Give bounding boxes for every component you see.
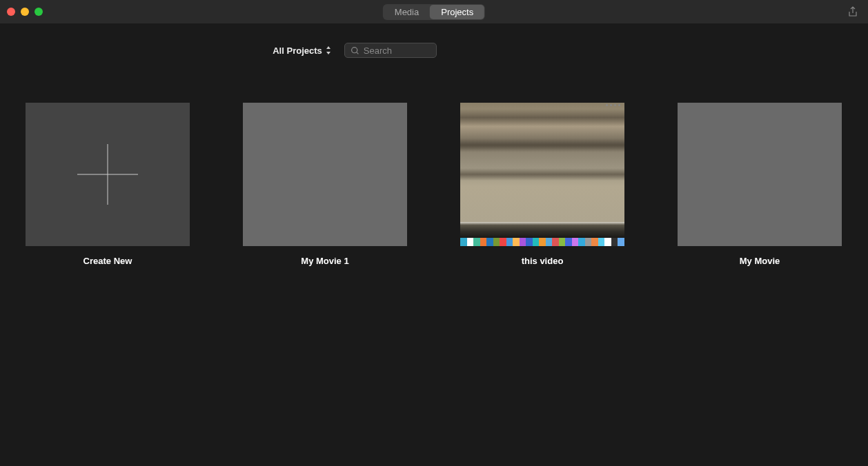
create-new-thumbnail bbox=[26, 103, 190, 246]
project-thumbnail bbox=[678, 103, 842, 246]
project-label: Create New bbox=[83, 256, 132, 266]
project-label: My Movie bbox=[740, 256, 780, 266]
close-window-button[interactable] bbox=[7, 8, 15, 16]
search-input[interactable] bbox=[364, 45, 431, 56]
thumbnail-sky bbox=[460, 103, 624, 222]
project-item[interactable]: My Movie bbox=[678, 103, 842, 266]
maximize-window-button[interactable] bbox=[34, 8, 43, 16]
filter-label: All Projects bbox=[273, 45, 322, 56]
project-item[interactable]: this video bbox=[460, 103, 624, 266]
project-label: My Movie 1 bbox=[301, 256, 348, 266]
svg-point-0 bbox=[351, 47, 357, 52]
thumbnail-sea bbox=[460, 222, 624, 238]
window-controls bbox=[7, 8, 43, 16]
projects-grid: Create New My Movie 1 this video bbox=[0, 65, 868, 304]
titlebar: Media Projects bbox=[0, 0, 868, 23]
search-field[interactable] bbox=[344, 43, 437, 58]
project-label: this video bbox=[522, 256, 564, 266]
svg-line-1 bbox=[357, 52, 358, 53]
minimize-window-button[interactable] bbox=[21, 8, 29, 16]
thumbnail-dock bbox=[460, 238, 624, 246]
create-new-project[interactable]: Create New bbox=[26, 103, 190, 266]
projects-filter-dropdown[interactable]: All Projects bbox=[273, 45, 332, 56]
project-item[interactable]: My Movie 1 bbox=[243, 103, 407, 266]
chevron-updown-icon bbox=[325, 46, 332, 54]
share-icon[interactable] bbox=[847, 6, 858, 17]
view-tabs: Media Projects bbox=[383, 4, 485, 20]
tab-media[interactable]: Media bbox=[384, 5, 430, 19]
thumbnail-menubar bbox=[604, 103, 622, 108]
project-thumbnail bbox=[460, 103, 624, 246]
project-thumbnail bbox=[243, 103, 407, 246]
plus-icon bbox=[77, 144, 138, 205]
filter-bar: All Projects bbox=[0, 23, 868, 65]
content-area: All Projects Create New My Movie 1 bbox=[0, 23, 868, 466]
search-icon bbox=[351, 46, 359, 55]
tab-projects[interactable]: Projects bbox=[430, 5, 484, 19]
